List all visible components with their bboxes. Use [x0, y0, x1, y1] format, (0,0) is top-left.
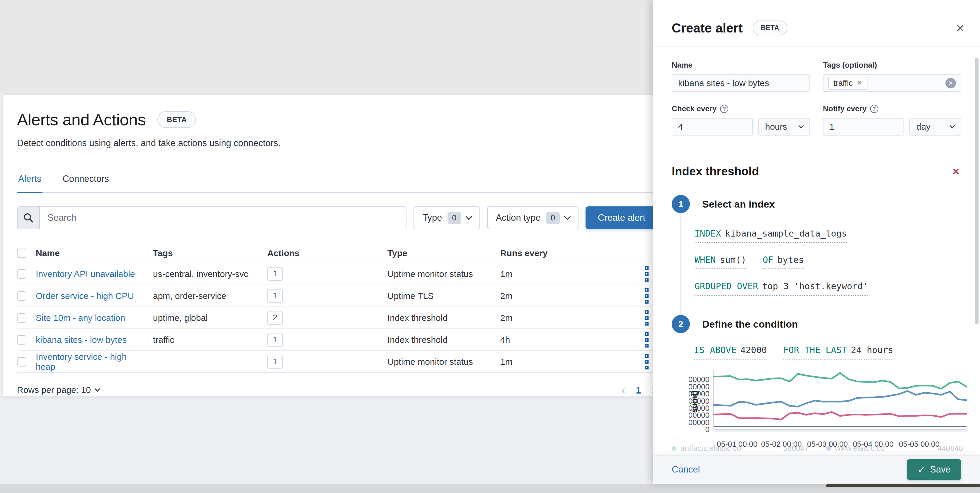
actions-count-badge: 2 [267, 311, 283, 325]
tab-bar: Alerts Connectors [17, 174, 658, 193]
alert-runs-every: 2m [500, 291, 640, 301]
legend-dot [672, 446, 676, 451]
tags-field-label: Tags (optional) [823, 60, 961, 70]
actions-count-badge: 1 [267, 333, 283, 347]
close-icon[interactable]: ✕ [955, 23, 965, 34]
alert-type: Uptime monitor status [387, 357, 500, 367]
help-icon[interactable]: ? [870, 105, 878, 113]
chart-legend: artifacts.elastic.co 580047 www.elastic.… [672, 444, 963, 453]
page-title: Alerts and Actions [17, 110, 146, 129]
check-every-value-input[interactable] [672, 118, 753, 136]
legend-label: www.elastic.co [835, 444, 885, 453]
row-checkbox[interactable] [17, 335, 26, 345]
alert-type: Index threshold [387, 313, 500, 323]
beta-badge: BETA [158, 111, 196, 128]
alert-name-link[interactable]: Site 10m - any location [36, 313, 153, 323]
tag-pill-traffic[interactable]: traffic ✕ [828, 77, 867, 90]
section-divider [653, 151, 980, 151]
threshold-expression[interactable]: IS ABOVE 42000 [694, 345, 767, 360]
alert-name-link[interactable]: Inventory service - high heap [36, 352, 153, 372]
step-1-number: 1 [672, 195, 690, 213]
alert-type: Uptime TLS [387, 291, 500, 301]
index-expression[interactable]: INDEX kibana_sample_data_logs [695, 228, 847, 243]
column-header-runs-every: Runs every [500, 248, 640, 258]
tab-connectors[interactable]: Connectors [61, 174, 110, 192]
alert-type: Uptime monitor status [387, 269, 500, 279]
chevron-down-icon [564, 213, 571, 220]
row-checkbox[interactable] [17, 291, 26, 301]
legend-dot [826, 446, 831, 451]
alert-runs-every: 1m [500, 269, 640, 279]
alert-name-link[interactable]: Order service - high CPU [36, 291, 153, 301]
alert-name-link[interactable]: Inventory API unavailable [36, 269, 153, 279]
row-actions-menu-icon[interactable] [640, 286, 653, 305]
when-expression[interactable]: WHEN sum() [695, 255, 746, 269]
alert-tags: us-central, inventory-svc [153, 269, 267, 279]
select-all-checkbox[interactable] [17, 249, 26, 258]
flyout-scrollbar[interactable] [975, 58, 978, 324]
rows-per-page-selector[interactable]: Rows per page: 10 [17, 385, 99, 395]
grouped-over-expression[interactable]: GROUPED OVER top 3 'host.keyword' [695, 281, 868, 296]
table-row: Inventory service - high heap 1 Uptime m… [17, 351, 658, 373]
legend-value: 580047 [783, 444, 808, 453]
save-button[interactable]: ✓ Save [907, 459, 961, 480]
clear-tags-button[interactable]: ✕ [945, 78, 956, 89]
chevron-down-icon [798, 123, 803, 128]
create-alert-flyout: Create alert BETA ✕ Name Tags (optional)… [653, 0, 980, 483]
check-icon: ✓ [918, 464, 925, 475]
notify-every-value-input[interactable] [823, 118, 904, 136]
alert-runs-every: 1m [500, 357, 640, 367]
notify-every-unit-select[interactable]: day [909, 118, 961, 136]
chevron-down-icon [95, 386, 100, 392]
previous-page-button[interactable]: ‹ [622, 384, 625, 396]
remove-tag-icon[interactable]: ✕ [857, 79, 862, 87]
table-row: kibana sites - low bytes traffic 1 Index… [17, 329, 658, 351]
alerts-table: Name Tags Actions Type Runs every Invent… [17, 244, 658, 373]
filter-action-type-label: Action type [496, 212, 541, 223]
filter-action-type-button[interactable]: Action type 0 [487, 206, 579, 229]
search-input[interactable] [40, 207, 406, 229]
step-2-title: Define the condition [702, 319, 798, 330]
create-alert-button[interactable]: Create alert [585, 206, 658, 229]
help-icon[interactable]: ? [720, 105, 728, 113]
row-actions-menu-icon[interactable] [640, 330, 653, 349]
cancel-button[interactable]: Cancel [672, 464, 700, 475]
column-header-name: Name [36, 248, 153, 258]
flyout-title: Create alert [672, 21, 743, 35]
row-actions-menu-icon[interactable] [640, 264, 653, 284]
tags-combobox[interactable]: traffic ✕ ✕ [823, 75, 961, 92]
row-actions-menu-icon[interactable] [640, 352, 653, 371]
tab-alerts[interactable]: Alerts [17, 174, 43, 193]
threshold-preview-chart: 0100000200000300000400000500000600000700… [689, 367, 961, 456]
alert-runs-every: 4h [500, 335, 640, 345]
actions-count-badge: 1 [267, 267, 283, 281]
bottom-bar-edge [826, 483, 980, 487]
search-box [17, 206, 406, 229]
step-2-number: 2 [672, 315, 690, 333]
remove-alert-type-icon[interactable]: ✕ [951, 165, 961, 178]
table-row: Inventory API unavailable us-central, in… [17, 263, 658, 285]
alert-name-input[interactable] [672, 75, 810, 92]
row-actions-menu-icon[interactable] [640, 308, 653, 327]
alert-type-title: Index threshold [672, 165, 759, 178]
actions-count-badge: 1 [267, 355, 283, 369]
check-every-label: Check every [672, 104, 716, 113]
row-checkbox[interactable] [17, 357, 26, 366]
row-checkbox[interactable] [17, 313, 26, 323]
of-expression[interactable]: OF bytes [763, 255, 804, 269]
alert-tags: traffic [153, 335, 267, 345]
svg-text:700000: 700000 [689, 375, 710, 384]
chevron-down-icon [950, 123, 955, 128]
page-subtitle: Detect conditions using alerts, and take… [17, 138, 658, 148]
alert-name-link[interactable]: kibana sites - low bytes [36, 335, 153, 345]
rows-per-page-label: Rows per page: 10 [17, 385, 91, 395]
table-row: Order service - high CPU apm, order-serv… [17, 285, 658, 307]
filter-type-button[interactable]: Type 0 [414, 206, 480, 229]
time-window-expression[interactable]: FOR THE LAST 24 hours [783, 345, 893, 360]
check-every-unit-select[interactable]: hours [758, 118, 810, 136]
notify-every-label: Notify every [823, 104, 867, 113]
flyout-footer: Cancel ✓ Save [653, 455, 980, 483]
page-number-1[interactable]: 1 [636, 385, 641, 395]
row-checkbox[interactable] [17, 269, 26, 279]
line-chart: 0100000200000300000400000500000600000700… [689, 367, 967, 455]
